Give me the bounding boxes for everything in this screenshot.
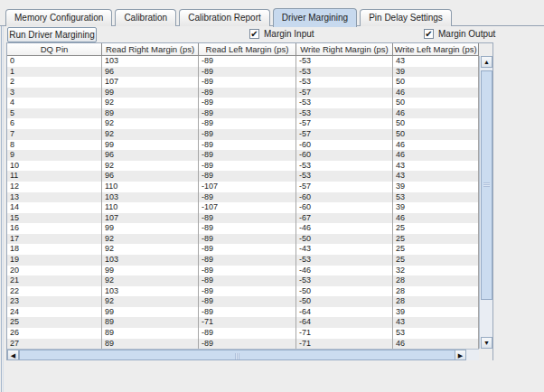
table-cell: 28 bbox=[393, 296, 479, 307]
tab-memory-configuration[interactable]: Memory Configuration bbox=[5, 9, 112, 26]
table-row[interactable]: 899-89-6046 bbox=[7, 140, 479, 151]
table-cell: 25 bbox=[393, 234, 479, 245]
table-cell: 50 bbox=[393, 98, 479, 108]
table-cell: -46 bbox=[296, 266, 393, 276]
table-cell: -89 bbox=[199, 339, 296, 350]
table-row[interactable]: 22103-89-5028 bbox=[7, 286, 479, 297]
table-cell: 10 bbox=[7, 161, 102, 172]
table-cell: -60 bbox=[296, 202, 393, 213]
table-cell: -46 bbox=[296, 223, 393, 234]
table-cell: 110 bbox=[102, 202, 199, 213]
driver-margining-panel: Memory ConfigurationCalibrationCalibrati… bbox=[0, 0, 544, 392]
scroll-down-icon[interactable]: ▼ bbox=[481, 337, 492, 349]
table-cell: -71 bbox=[296, 339, 393, 350]
table-row[interactable]: 1792-89-5025 bbox=[7, 234, 479, 245]
table-cell: 46 bbox=[393, 140, 479, 151]
column-header-write-left-margin-ps-[interactable]: Write Left Margin (ps) bbox=[393, 43, 479, 55]
table-cell: 43 bbox=[393, 317, 479, 328]
table-cell: 11 bbox=[7, 171, 102, 182]
table-cell: -53 bbox=[296, 77, 393, 88]
table-row[interactable]: 12110-107-5739 bbox=[7, 182, 479, 192]
table-cell: -89 bbox=[199, 234, 296, 245]
table-cell: -89 bbox=[199, 328, 296, 339]
table-cell: -89 bbox=[199, 296, 296, 307]
table-cell: 17 bbox=[7, 234, 102, 245]
table-cell: -107 bbox=[199, 182, 296, 192]
table-row[interactable]: 2689-89-7153 bbox=[7, 328, 479, 339]
table-row[interactable]: 996-89-6046 bbox=[7, 150, 479, 161]
table-cell: -43 bbox=[296, 244, 393, 255]
table-cell: 96 bbox=[102, 67, 199, 78]
table-row[interactable]: 492-89-5350 bbox=[7, 98, 479, 108]
tab-calibration[interactable]: Calibration bbox=[115, 9, 176, 26]
table-row[interactable]: 2392-89-5028 bbox=[7, 296, 479, 307]
table-row[interactable]: 14110-107-6039 bbox=[7, 202, 479, 213]
table-row[interactable]: 2192-89-5328 bbox=[7, 275, 479, 286]
table-row[interactable]: 13103-89-6053 bbox=[7, 192, 479, 203]
table-row[interactable]: 792-89-5750 bbox=[7, 129, 479, 140]
table-cell: 92 bbox=[102, 234, 199, 245]
table-row[interactable]: 589-89-5346 bbox=[7, 108, 479, 119]
margin-input-checkbox[interactable]: Margin Input bbox=[249, 29, 314, 39]
table-cell: 92 bbox=[102, 98, 199, 108]
table-cell: -60 bbox=[296, 192, 393, 203]
table-cell: 99 bbox=[102, 88, 199, 98]
table-row[interactable]: 2499-89-6439 bbox=[7, 307, 479, 318]
table-row[interactable]: 1092-89-5343 bbox=[7, 161, 479, 172]
table-row[interactable]: 2099-89-4632 bbox=[7, 266, 479, 276]
table-cell: -89 bbox=[199, 266, 296, 276]
column-header-read-left-margin-ps-[interactable]: Read Left Margin (ps) bbox=[199, 43, 296, 55]
tab-bar: Memory ConfigurationCalibrationCalibrati… bbox=[5, 7, 452, 26]
table-cell: -53 bbox=[296, 161, 393, 172]
table-row[interactable]: 1196-89-5343 bbox=[7, 171, 479, 182]
scroll-left-icon[interactable]: ◀ bbox=[7, 350, 19, 360]
table-cell: 89 bbox=[102, 339, 199, 350]
table-cell: 32 bbox=[393, 266, 479, 276]
table-row[interactable]: 2107-89-5350 bbox=[7, 77, 479, 88]
tab-pin-delay-settings[interactable]: Pin Delay Settings bbox=[360, 9, 452, 26]
table-cell: -60 bbox=[296, 150, 393, 161]
column-header-read-right-margin-ps-[interactable]: Read Right Margin (ps) bbox=[102, 43, 199, 55]
run-driver-margining-button[interactable]: Run Driver Margining bbox=[7, 27, 97, 42]
margin-output-checkbox[interactable]: Margin Output bbox=[424, 29, 495, 39]
scroll-up-icon[interactable]: ▲ bbox=[481, 56, 492, 68]
table-cell: -89 bbox=[199, 171, 296, 182]
table-cell: 99 bbox=[102, 140, 199, 151]
horizontal-scrollbar-thumb[interactable] bbox=[19, 350, 455, 360]
table-cell: -57 bbox=[296, 88, 393, 98]
table-row[interactable]: 2589-71-6443 bbox=[7, 317, 479, 328]
table-cell: 92 bbox=[102, 129, 199, 140]
table-row[interactable]: 692-89-5750 bbox=[7, 118, 479, 129]
table-cell: 53 bbox=[393, 328, 479, 339]
check-icon[interactable] bbox=[424, 29, 434, 39]
tab-calibration-report[interactable]: Calibration Report bbox=[179, 9, 270, 26]
scroll-right-icon[interactable]: ▶ bbox=[455, 350, 466, 360]
column-header-dq-pin[interactable]: DQ Pin bbox=[7, 43, 102, 55]
table-row[interactable]: 2789-89-7146 bbox=[7, 339, 479, 350]
table-cell: 19 bbox=[7, 255, 102, 266]
table-row[interactable]: 399-89-5746 bbox=[7, 88, 479, 98]
table-cell: 25 bbox=[393, 255, 479, 266]
table-cell: 92 bbox=[102, 275, 199, 286]
table-row[interactable]: 196-89-5339 bbox=[7, 67, 479, 78]
table-cell: -89 bbox=[199, 244, 296, 255]
table-cell: 21 bbox=[7, 275, 102, 286]
table-row[interactable]: 19103-89-5325 bbox=[7, 255, 479, 266]
table-cell: 46 bbox=[393, 150, 479, 161]
table-row[interactable]: 0103-89-5343 bbox=[7, 56, 479, 67]
table-cell: 89 bbox=[102, 317, 199, 328]
vertical-scrollbar-thumb[interactable] bbox=[481, 70, 492, 300]
table-row[interactable]: 1699-89-4625 bbox=[7, 223, 479, 234]
table-cell: -53 bbox=[296, 56, 393, 67]
horizontal-scrollbar[interactable]: ◀ ▶ bbox=[7, 349, 479, 360]
table-cell: 46 bbox=[393, 108, 479, 119]
column-header-write-right-margin-ps-[interactable]: Write Right Margin (ps) bbox=[296, 43, 393, 55]
table-cell: -89 bbox=[199, 255, 296, 266]
scrollbar-grip bbox=[235, 353, 239, 359]
table-row[interactable]: 1892-89-4325 bbox=[7, 244, 479, 255]
check-icon[interactable] bbox=[249, 29, 259, 39]
vertical-scrollbar[interactable]: ▲ ▼ bbox=[479, 56, 492, 349]
table-row[interactable]: 15107-89-6746 bbox=[7, 213, 479, 224]
tab-driver-margining[interactable]: Driver Margining bbox=[273, 8, 357, 27]
table-cell: 53 bbox=[393, 192, 479, 203]
